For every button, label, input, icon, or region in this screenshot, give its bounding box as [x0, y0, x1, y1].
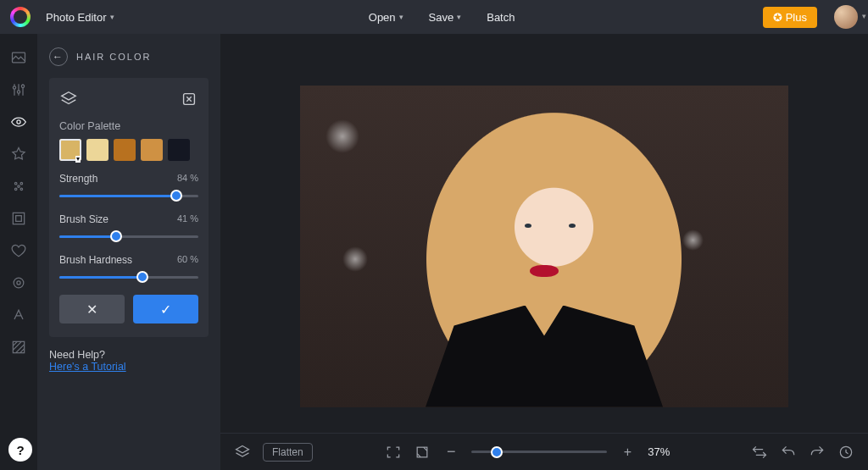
rail-eye-icon[interactable] [10, 113, 27, 130]
strength-label: Strength [59, 173, 97, 185]
canvas-area: Flatten − + 37% [220, 34, 868, 470]
brush-hardness-slider[interactable] [59, 271, 198, 283]
svg-point-9 [18, 185, 20, 188]
back-button[interactable]: ← [49, 47, 68, 66]
brush-size-slider[interactable] [59, 230, 198, 242]
panel-actions: ✕ ✓ [59, 295, 198, 323]
settings-card: Color Palette Strength 84 % Brush Size 4… [49, 78, 209, 337]
menu-open-label: Open [369, 11, 396, 24]
flatten-button[interactable]: Flatten [263, 443, 313, 462]
brush-hardness-unit: % [190, 254, 198, 264]
zoom-in-button[interactable]: + [619, 444, 636, 461]
palette-label: Color Palette [59, 120, 198, 132]
svg-point-2 [17, 91, 19, 93]
zoom-value: 37 [648, 445, 659, 458]
rail-sliders-icon[interactable] [10, 81, 27, 98]
layers-toggle-icon[interactable] [59, 90, 78, 108]
cancel-button[interactable]: ✕ [59, 295, 125, 323]
compare-icon[interactable] [751, 444, 768, 461]
check-icon: ✓ [160, 301, 171, 318]
chevron-down-icon: ▾ [457, 13, 461, 21]
rail-frame-icon[interactable] [10, 210, 27, 227]
help-fab[interactable]: ? [8, 438, 32, 462]
main-area: ← HAIR COLOR Color Palette Strength 84 % [0, 34, 868, 470]
palette-section: Color Palette [59, 120, 198, 161]
strength-slider[interactable] [59, 190, 198, 202]
strength-value: 84 [177, 173, 187, 183]
color-swatch[interactable] [141, 139, 163, 161]
zoom-readout: 37% [648, 445, 678, 458]
help-section: Need Help? Here's a Tutorial [49, 349, 209, 373]
plus-label: Plus [786, 11, 807, 24]
account-avatar[interactable]: ▾ [834, 5, 858, 29]
zoom-slider[interactable] [471, 446, 607, 458]
zoom-out-button[interactable]: − [442, 444, 459, 461]
brush-size-unit: % [190, 213, 198, 224]
chevron-down-icon: ▾ [862, 12, 866, 20]
canvas[interactable] [220, 34, 868, 433]
slider-thumb[interactable] [491, 446, 503, 458]
color-swatches [59, 139, 198, 161]
rail-star-icon[interactable] [10, 146, 27, 163]
erase-icon[interactable] [180, 90, 198, 108]
slider-thumb[interactable] [136, 271, 148, 283]
svg-rect-14 [13, 341, 24, 352]
redo-button[interactable] [809, 444, 826, 461]
photo-preview [300, 86, 788, 407]
rail-text-icon[interactable] [10, 307, 27, 323]
bottombar: Flatten − + 37% [220, 433, 868, 470]
undo-button[interactable] [780, 444, 797, 461]
brush-hardness-label: Brush Hardness [59, 254, 132, 266]
svg-point-13 [17, 281, 20, 285]
history-icon[interactable] [837, 444, 854, 461]
app-switcher[interactable]: Photo Editor ▾ [39, 8, 121, 27]
svg-point-1 [13, 86, 15, 89]
color-swatch[interactable] [59, 139, 81, 161]
rail-heart-icon[interactable] [10, 242, 27, 259]
slider-thumb[interactable] [110, 230, 122, 242]
brush-size-value: 41 [177, 213, 187, 224]
menu-save[interactable]: Save ▾ [429, 11, 462, 24]
rail-gear-icon[interactable] [10, 274, 27, 291]
tutorial-link[interactable]: Here's a Tutorial [49, 361, 126, 373]
svg-point-12 [14, 278, 24, 288]
svg-rect-11 [16, 216, 22, 222]
color-swatch[interactable] [168, 139, 190, 161]
chevron-down-icon: ▾ [110, 13, 114, 21]
rail-sparkle-icon[interactable] [10, 178, 27, 195]
menu-open[interactable]: Open ▾ [369, 11, 403, 24]
menu-batch[interactable]: Batch [487, 11, 515, 24]
star-icon: ✪ [773, 11, 782, 24]
strength-unit: % [190, 173, 198, 183]
menu-save-label: Save [429, 11, 454, 24]
slider-thumb[interactable] [170, 190, 182, 202]
brush-size-slider-row: Brush Size 41 % [59, 213, 198, 242]
apply-button[interactable]: ✓ [133, 295, 198, 323]
app-name-label: Photo Editor [46, 11, 107, 24]
chevron-down-icon: ▾ [399, 13, 403, 21]
close-icon: ✕ [86, 301, 97, 318]
rail-image-icon[interactable] [10, 49, 27, 66]
menu-batch-label: Batch [487, 11, 515, 24]
expand-icon[interactable] [414, 444, 431, 461]
zoom-unit: % [660, 445, 670, 458]
brush-size-label: Brush Size [59, 213, 108, 225]
svg-point-3 [21, 85, 24, 87]
tool-rail [0, 34, 37, 470]
brush-hardness-value: 60 [177, 254, 187, 264]
fit-screen-icon[interactable] [385, 444, 402, 461]
svg-point-7 [14, 188, 17, 191]
svg-point-8 [20, 188, 23, 191]
color-swatch[interactable] [86, 139, 108, 161]
layers-icon[interactable] [234, 444, 251, 461]
topbar: Photo Editor ▾ Open ▾ Save ▾ Batch ✪ Plu… [0, 0, 868, 34]
strength-slider-row: Strength 84 % [59, 173, 198, 202]
panel-header: ← HAIR COLOR [49, 47, 209, 66]
upgrade-plus-button[interactable]: ✪ Plus [763, 7, 817, 28]
color-swatch[interactable] [114, 139, 136, 161]
top-menu: Open ▾ Save ▾ Batch [369, 11, 515, 24]
rail-texture-icon[interactable] [10, 339, 27, 356]
help-icon: ? [16, 443, 24, 457]
tool-panel: ← HAIR COLOR Color Palette Strength 84 % [37, 34, 220, 470]
app-logo[interactable] [10, 7, 31, 27]
